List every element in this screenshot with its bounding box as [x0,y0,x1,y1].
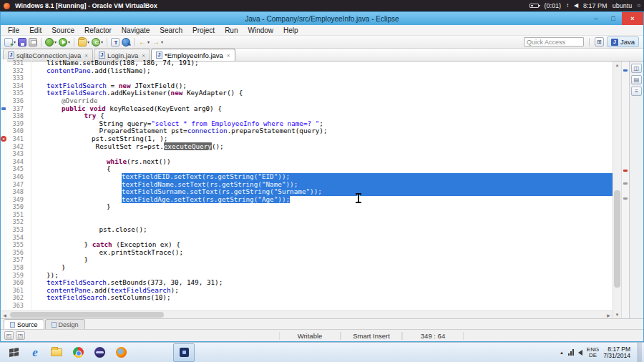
code-line[interactable]: 348textFieldSurname.setText(rs.getString… [1,188,613,196]
close-tab-icon[interactable]: × [227,52,230,59]
title-bar[interactable]: Java - Company/src/EmployeeInfo.java - E… [1,12,643,25]
network-icon[interactable] [568,349,574,356]
code-line[interactable]: 350} [1,203,613,211]
run-button[interactable]: ▾ [58,37,71,47]
menu-help[interactable]: Help [278,26,303,34]
search-button[interactable] [121,37,131,47]
maximize-button[interactable]: □ [605,12,622,25]
show-desktop-button[interactable] [638,343,642,362]
code-line[interactable]: 345{ [1,165,613,173]
code-line[interactable]: 355} catch (Exception ex) { [1,241,613,249]
bottom-tab-source[interactable]: Source [4,319,44,329]
menu-project[interactable]: Project [187,26,220,34]
host-clock[interactable]: 8:17 PM [583,2,608,9]
code-line[interactable]: 346textFieldEID.setText(rs.getString("EI… [1,173,613,181]
forward-button[interactable]: ▾ [151,37,164,47]
overview-marker[interactable] [623,182,628,185]
print-button[interactable] [28,37,38,47]
scroll-right-icon[interactable]: ▶ [605,311,613,318]
code-line[interactable]: 351 [1,211,613,219]
menu-edit[interactable]: Edit [24,26,47,34]
folding-column [26,226,31,234]
network-updown-icon[interactable]: ↕ [566,2,569,9]
editor-bottom-tabs: SourceDesign [1,318,643,329]
taskbar-file-explorer-button[interactable] [46,343,67,362]
taskbar-eclipse-button[interactable] [89,343,110,362]
overview-ruler[interactable] [621,62,629,318]
menu-navigate[interactable]: Navigate [117,26,155,34]
taskbar-start-button[interactable] [3,343,24,362]
code-line[interactable]: 352 [1,218,613,226]
overview-marker[interactable] [623,197,628,200]
open-type-button[interactable] [110,37,120,47]
host-user[interactable]: ubuntu [613,2,633,9]
new-class-button[interactable]: ▾ [91,37,104,47]
java-perspective-button[interactable]: J Java [607,36,639,47]
code-line[interactable]: 356ex.printStackTrace(); [1,249,613,257]
code-line[interactable]: 362textFieldSearch.setColumns(10); [1,294,613,302]
overview-marker[interactable] [623,170,628,172]
new-button[interactable]: ▾ [4,37,16,47]
close-tab-icon[interactable]: × [142,52,145,59]
scroll-down-icon[interactable]: ▼ [613,311,621,318]
scroll-left-icon[interactable]: ◀ [1,311,9,318]
error-marker-icon[interactable]: × [1,136,6,142]
power-icon[interactable]: ○ [637,2,640,9]
hidden-icons-arrow[interactable]: ▲ [560,351,564,355]
code-line[interactable]: 353pst.close(); [1,226,613,234]
menu-window[interactable]: Window [243,26,278,34]
menu-run[interactable]: Run [220,26,243,34]
scroll-up-icon[interactable]: ▲ [613,62,621,69]
vertical-scroll-thumb[interactable] [614,190,620,288]
overview-marker[interactable] [623,69,628,72]
menu-file[interactable]: File [3,26,24,34]
code-line[interactable]: 349textFieldAge.setText(rs.getString("Ag… [1,196,613,204]
status-insert-mode[interactable]: Smart Insert [341,332,402,340]
menu-search[interactable]: Search [155,26,187,34]
task-list-view-icon[interactable]: ▤ [631,75,642,84]
code-line[interactable]: 343 [1,150,613,158]
code-line[interactable]: 342 ResultSet rs=pst.executeQuery(); [1,143,613,151]
minimized-view-icon[interactable]: ◰ [4,331,14,340]
code-line[interactable]: 357} [1,256,613,264]
volume-tray-icon[interactable] [578,350,582,356]
bottom-tab-design[interactable]: Design [45,319,85,329]
annotation-ruler [1,127,7,135]
new-project-button[interactable]: ▾ [77,37,90,47]
taskbar-chrome-button[interactable] [67,343,89,362]
folding-column [26,135,31,143]
code-text: contentPane.add(listName); [31,67,613,75]
save-button[interactable] [17,37,27,47]
taskbar-internet-explorer-button[interactable]: e [24,343,46,362]
code-line[interactable]: 363 [1,302,613,310]
quick-access-input[interactable]: Quick Access [524,37,584,47]
taskbar-clock[interactable]: 8:17 PM 7/31/2014 [603,346,630,359]
code-line[interactable]: 332contentPane.add(listName); [1,67,613,75]
horizontal-scrollbar[interactable]: ◀ ▶ [1,310,613,318]
close-button[interactable]: × [622,12,643,25]
restore-views-icon[interactable]: ◫ [631,64,642,73]
debug-button[interactable]: ▾ [44,37,57,47]
vertical-scrollbar[interactable]: ▲ ▼ [613,62,621,318]
taskbar-firefox-button[interactable] [110,343,132,362]
start-icon [9,348,19,357]
outline-view-icon[interactable]: ≡ [631,87,642,96]
open-perspective-icon[interactable]: ⊞ [595,37,604,47]
code-lines[interactable]: 331listName.setBounds(108, 186, 74, 191)… [1,59,613,310]
volume-icon[interactable]: ◀ [574,2,578,9]
line-number: 337 [7,105,26,113]
minimized-view-icon[interactable]: ◳ [16,331,25,340]
taskbar-running-app-button[interactable] [173,343,195,362]
language-indicator[interactable]: ENG DE [587,347,599,358]
horizontal-scroll-thumb[interactable] [10,312,164,318]
battery-icon[interactable] [530,4,539,8]
menu-source[interactable]: Source [47,26,79,34]
back-button[interactable]: ▾ [137,37,150,47]
code-line[interactable]: 344while(rs.next()) [1,158,613,166]
firefox-icon [116,347,127,358]
folding-column [26,196,31,204]
menu-refactor[interactable]: Refactor [79,26,117,34]
minimize-button[interactable]: – [587,12,605,25]
close-tab-icon[interactable]: × [84,52,88,59]
code-line[interactable]: 358} [1,264,613,272]
